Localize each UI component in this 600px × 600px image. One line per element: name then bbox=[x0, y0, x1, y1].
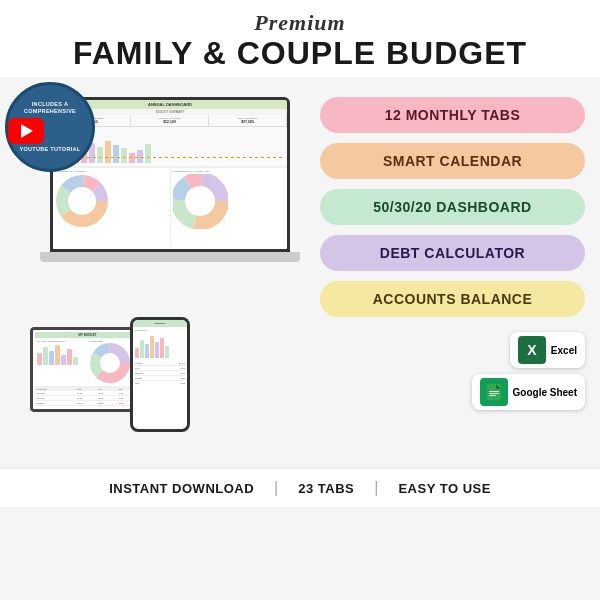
bottom-item-2: 23 TABS bbox=[298, 481, 354, 496]
badge-circle: INCLUDES A COMPREHENSIVE YOUTUBE TUTORIA… bbox=[5, 82, 95, 172]
tablet-table: CATEGORY BUD ACT DIFF Chocolate 12.00 10… bbox=[35, 387, 140, 406]
phone-bars bbox=[135, 333, 185, 358]
excel-icon: X bbox=[518, 336, 546, 364]
tablet-screen: MY BUDGET BY GOAL BREAKDOWN bbox=[30, 327, 145, 412]
tablet-bar-chart: BY GOAL BREAKDOWN bbox=[35, 338, 140, 387]
google-sheet-icon-item: Google Sheet bbox=[472, 374, 585, 410]
bottom-item-1: INSTANT DOWNLOAD bbox=[109, 481, 254, 496]
svg-rect-18 bbox=[489, 395, 496, 396]
feature-tag-smart-calendar: SMART CALENDAR bbox=[320, 143, 585, 179]
bottom-bar: INSTANT DOWNLOAD | 23 TABS | EASY TO USE bbox=[0, 467, 600, 507]
right-chart-cell: WHERE DOES MY MONEY GO? bbox=[171, 168, 288, 247]
main-title: FAMILY & COUPLE BUDGET bbox=[0, 36, 600, 71]
phone-screen: BUDGET MONTHLY Hous bbox=[130, 317, 190, 432]
left-devices: INCLUDES A COMPREHENSIVE YOUTUBE TUTORIA… bbox=[0, 77, 310, 467]
trend-line bbox=[57, 157, 283, 158]
feature-tag-monthly-tabs: 12 MONTHLY TABS bbox=[320, 97, 585, 133]
left-chart-cell: EXPENSES BY CATEGORY bbox=[53, 168, 171, 247]
play-triangle bbox=[21, 124, 33, 138]
phone-mockup: BUDGET MONTHLY Hous bbox=[130, 317, 195, 437]
svg-rect-17 bbox=[489, 393, 499, 394]
phone-chart-label: MONTHLY bbox=[135, 329, 185, 332]
middle-section: INCLUDES A COMPREHENSIVE YOUTUBE TUTORIA… bbox=[0, 77, 600, 467]
divider-2: | bbox=[374, 479, 378, 497]
feature-tag-debt-calculator: DEBT CALCULATOR bbox=[320, 235, 585, 271]
premium-label: Premium bbox=[0, 10, 600, 36]
bottom-item-3: EASY TO USE bbox=[398, 481, 490, 496]
feature-tag-accounts-balance: ACCOUNTS BALANCE bbox=[320, 281, 585, 317]
google-sheet-icon bbox=[480, 378, 508, 406]
tablet-bars: BY GOAL BREAKDOWN bbox=[35, 338, 88, 386]
dashboard-grid: EXPENSES BY CATEGORY WHER bbox=[53, 167, 287, 247]
pie-chart-svg bbox=[173, 174, 228, 229]
laptop-base bbox=[40, 252, 300, 262]
spend-cell: LEFT TO SPEND $37,685 bbox=[209, 115, 287, 126]
svg-rect-16 bbox=[489, 391, 499, 392]
app-icons-group: X Excel Google Sheet bbox=[320, 332, 585, 410]
excel-icon-item: X Excel bbox=[510, 332, 585, 368]
savings-cell: ANNUAL SAVINGS $22,100 bbox=[131, 115, 209, 126]
feature-tag-503020: 50/30/20 DASHBOARD bbox=[320, 189, 585, 225]
gsheet-svg bbox=[485, 383, 503, 401]
top-header: Premium FAMILY & COUPLE BUDGET bbox=[0, 0, 600, 77]
youtube-icon[interactable] bbox=[8, 118, 44, 144]
badge-text: INCLUDES A COMPREHENSIVE YOUTUBE TUTORIA… bbox=[8, 101, 92, 153]
phone-content: MONTHLY Housing$1,200 Food$4 bbox=[133, 327, 187, 387]
features-list: 12 MONTHLY TABS SMART CALENDAR 50/30/20 … bbox=[310, 77, 600, 467]
phone-list: Housing$1,200 Food$450 Transport$200 Sav… bbox=[135, 361, 185, 385]
table-row: Groceries 300.00 320.00 -20.00 bbox=[35, 401, 140, 406]
tablet-pie-svg bbox=[90, 343, 130, 383]
donut-chart-svg bbox=[55, 174, 110, 229]
divider-1: | bbox=[274, 479, 278, 497]
page-container: Premium FAMILY & COUPLE BUDGET INCLUDES … bbox=[0, 0, 600, 600]
phone-header: BUDGET bbox=[133, 320, 187, 327]
tablet-content: MY BUDGET BY GOAL BREAKDOWN bbox=[33, 330, 142, 408]
